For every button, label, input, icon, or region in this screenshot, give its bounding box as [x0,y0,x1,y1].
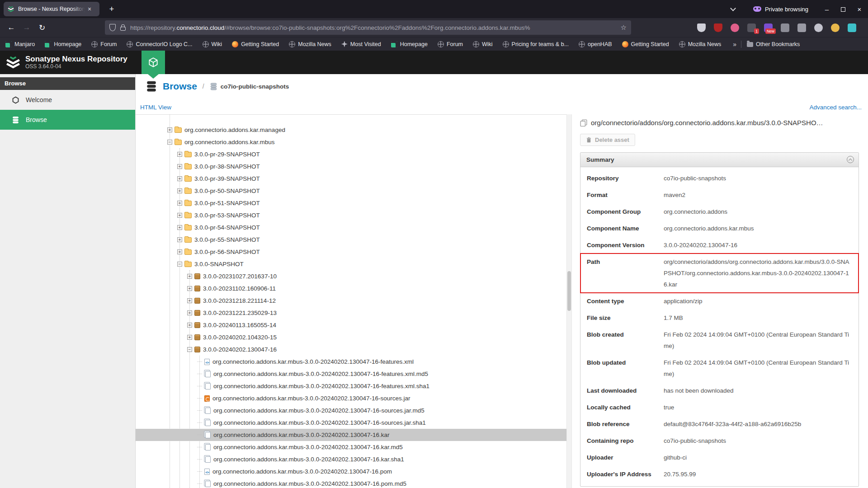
delete-asset-button[interactable]: Delete asset [580,134,635,146]
bookmark-item[interactable]: Pricing for teams & b... [503,41,569,47]
tree-row[interactable]: +3.0.0-20240202.104320-15 [136,331,566,343]
expand-icon[interactable]: + [177,176,182,181]
bookmark-item[interactable]: Getting Started [232,41,279,47]
expand-icon[interactable]: + [177,225,182,230]
history-clock-icon[interactable] [814,23,823,32]
url-bar[interactable]: https://repository.connectorio.cloud/#br… [105,20,631,35]
tree-row[interactable]: org.connectorio.addons.kar.mbus-3.0.0-20… [136,356,566,368]
back-button[interactable]: ← [4,23,19,32]
pink-extension-icon[interactable] [731,23,739,32]
sidebar-item-welcome[interactable]: Welcome [0,90,135,110]
list-tabs-chevron-icon[interactable] [730,5,736,11]
tree-row[interactable]: +3.0.0-20231218.221114-12 [136,295,566,307]
expand-icon[interactable]: + [187,323,192,328]
summary-header[interactable]: Summary [580,153,859,167]
tree-row[interactable]: +3.0.0-pr-38-SNAPSHOT [136,160,566,173]
bookmark-item[interactable]: openHAB [579,41,612,47]
window-minimize-button[interactable]: – [822,5,832,13]
collapse-panel-icon[interactable] [847,156,854,163]
tree-row[interactable]: org.connectorio.addons.kar.mbus-3.0.0-20… [136,417,566,429]
tree-row[interactable]: +3.0.0-pr-56-SNAPSHOT [136,246,566,258]
tree-row[interactable]: +3.0.0-pr-54-SNAPSHOT [136,221,566,234]
expand-icon[interactable]: + [177,188,182,193]
tree-row[interactable]: +3.0.0-pr-51-SNAPSHOT [136,197,566,209]
tree-row[interactable]: +3.0.0-pr-29-SNAPSHOT [136,148,566,160]
bookmark-item[interactable]: Getting Started [622,41,669,47]
tree-row[interactable]: −3.0.0-SNAPSHOT [136,258,566,270]
bookmark-star-icon[interactable]: ☆ [621,23,627,32]
tree-row[interactable]: org.connectorio.addons.kar.mbus-3.0.0-20… [136,453,566,465]
expand-icon[interactable]: + [187,274,192,279]
tree-row[interactable]: +3.0.0-20240113.165055-14 [136,319,566,331]
tree-row[interactable]: +3.0.0-20231221.235029-13 [136,307,566,319]
tree-row[interactable]: org.connectorio.addons.kar.mbus-3.0.0-20… [136,392,566,404]
collapse-icon[interactable]: − [177,262,182,267]
reload-button[interactable]: ↻ [34,23,50,33]
collapse-icon[interactable]: − [167,140,172,145]
browse-mode-tab[interactable] [142,51,165,74]
tree-row[interactable]: +3.0.0-20231027.201637-10 [136,270,566,282]
tree-row[interactable]: +org.connectorio.addons.kar.managed [136,124,566,136]
breadcrumb-browse-link[interactable]: Browse [163,81,197,92]
expand-icon[interactable]: + [187,286,192,291]
bookmark-item[interactable]: Mozilla News [289,41,331,47]
bookmark-item[interactable]: Homepage [391,41,428,47]
tree-row[interactable]: −org.connectorio.addons.kar.mbus [136,136,566,148]
tree-row[interactable]: org.connectorio.addons.kar.mbus-3.0.0-20… [136,478,566,488]
expand-icon[interactable]: + [177,249,182,254]
summary-value[interactable]: org/connectorio/addons/org.connectorio.a… [664,256,852,290]
bookmark-item[interactable]: Most Visited [341,41,381,47]
ublock-icon[interactable] [714,23,722,32]
extension-badge-new-icon[interactable]: New [764,23,773,32]
screenshot-tool-icon[interactable] [781,23,789,32]
advanced-search-link[interactable]: Advanced search... [809,104,862,111]
window-maximize-button[interactable] [838,5,848,13]
expand-icon[interactable]: + [167,127,172,132]
bookmark-item[interactable]: Wiki [203,41,222,47]
extension-badge-one-icon[interactable]: 1 [747,23,756,32]
spark-extension-icon[interactable] [831,23,840,32]
tree-row[interactable]: org.connectorio.addons.kar.mbus-3.0.0-20… [136,368,566,380]
tree-row[interactable]: org.connectorio.addons.kar.mbus-3.0.0-20… [136,404,566,417]
tracking-protection-shield-icon[interactable] [109,24,116,31]
expand-icon[interactable]: + [177,164,182,169]
tree-row[interactable]: +3.0.0-pr-50-SNAPSHOT [136,185,566,197]
expand-icon[interactable]: + [177,213,182,218]
window-close-button[interactable]: × [854,5,864,13]
tree-row[interactable]: +3.0.0-pr-55-SNAPSHOT [136,234,566,246]
bookmark-item[interactable]: Wiki [473,41,493,47]
bookmark-item[interactable]: ConnectorIO Logo C... [127,41,192,47]
bookmarks-overflow-chevron[interactable]: » [733,41,736,48]
expand-icon[interactable]: + [177,201,182,206]
tree-row[interactable]: org.connectorio.addons.kar.mbus-3.0.0-20… [136,465,566,478]
other-bookmarks-button[interactable]: Other Bookmarks [747,41,800,47]
collapse-icon[interactable]: − [187,347,192,352]
bookmark-item[interactable]: Forum [438,41,463,47]
tab-close-icon[interactable]: × [88,5,91,13]
expand-icon[interactable]: + [187,310,192,315]
tree-row[interactable]: +3.0.0-20231102.160906-11 [136,282,566,295]
expand-icon[interactable]: + [187,335,192,340]
html-view-link[interactable]: HTML View [140,104,171,111]
puzzle-extension-icon[interactable] [797,23,806,32]
lock-icon[interactable] [120,27,126,31]
bookmark-item[interactable]: Homepage [45,41,81,47]
new-tab-button[interactable]: + [106,3,118,15]
tree-scrollbar[interactable] [566,114,572,488]
tree-row[interactable]: org.connectorio.addons.kar.mbus-3.0.0-20… [136,441,566,453]
scrollbar-thumb[interactable] [567,271,571,311]
expand-icon[interactable]: + [177,152,182,157]
tree-row[interactable]: −3.0.0-20240202.130047-16 [136,343,566,356]
bookmark-item[interactable]: Forum [91,41,117,47]
tree-row[interactable]: +3.0.0-pr-39-SNAPSHOT [136,173,566,185]
bookmark-item[interactable]: Manjaro [5,41,35,47]
tree-row[interactable]: org.connectorio.addons.kar.mbus-3.0.0-20… [136,429,566,441]
tree-row[interactable]: +3.0.0-pr-53-SNAPSHOT [136,209,566,221]
tree-row[interactable]: org.connectorio.addons.kar.mbus-3.0.0-20… [136,380,566,392]
browser-tab[interactable]: Browse - Nexus Repository Ma × [4,2,99,16]
bookmark-item[interactable]: Mozilla News [679,41,722,47]
expand-icon[interactable]: + [177,237,182,242]
forward-button[interactable]: → [19,23,34,32]
tracking-shield-icon[interactable] [697,23,706,32]
container-tabs-icon[interactable] [848,23,856,32]
